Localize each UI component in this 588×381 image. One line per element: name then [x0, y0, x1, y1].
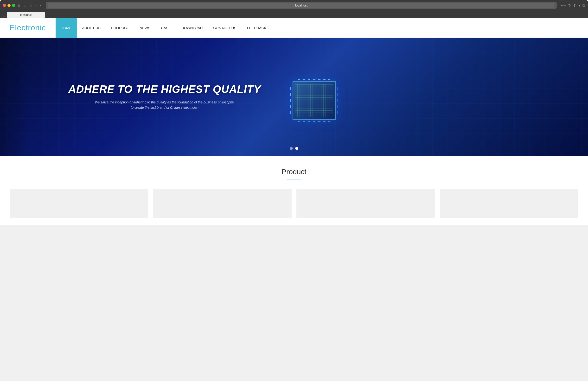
cpu-pins-left	[290, 85, 291, 116]
brand-logo[interactable]: Electronic	[10, 23, 46, 32]
cpu-pin	[298, 79, 300, 80]
cpu-pin	[313, 79, 315, 80]
carousel-dot-2[interactable]	[295, 147, 298, 150]
address-bar-container	[46, 2, 557, 9]
title-bar: ⊞ ⌂ ☆ ‹ › ⟺ ↻ ⬆ + ⧉	[3, 2, 585, 11]
hero-content: ADHERE TO THE HIGHEST QUALITY We since t…	[68, 83, 261, 110]
cpu-pin	[290, 87, 291, 90]
reload-icon[interactable]: ↻	[568, 3, 571, 8]
section-title-underline	[287, 179, 301, 180]
share-icon[interactable]: ⬆	[573, 3, 576, 8]
grid-icon[interactable]: ⠿	[3, 14, 5, 18]
cpu-pin	[328, 79, 330, 80]
cpu-pin	[323, 79, 326, 80]
new-tab-icon[interactable]: +	[578, 3, 581, 7]
hero-subtitle-line1: We since the inception of adhering to th…	[68, 100, 261, 105]
nav-arrows: ⌂ ☆ ‹ ›	[23, 3, 42, 8]
tabs-overview-icon[interactable]: ⧉	[583, 3, 585, 8]
cpu-pin	[337, 87, 338, 90]
maximize-button[interactable]	[12, 4, 15, 7]
hero-left-side	[0, 38, 29, 156]
star-icon[interactable]: ☆	[28, 3, 33, 8]
cpu-pins-right	[337, 85, 338, 116]
cpu-visual	[264, 62, 365, 139]
hero-subtitle-line2: to create the first brand of Chinese ele…	[68, 105, 261, 110]
cpu-pin	[313, 121, 315, 122]
cpu-pin	[323, 121, 326, 122]
browser-window: ⊞ ⌂ ☆ ‹ › ⟺ ↻ ⬆ + ⧉ ⠿ localhost	[0, 0, 588, 18]
cpu-chip	[293, 81, 336, 120]
nav-links: HOME ABOUT US PRODUCT NEWS CASE DOWNLOAD…	[56, 18, 579, 38]
home-nav-icon[interactable]: ⌂	[23, 3, 27, 8]
tab-bar: ⠿ localhost	[3, 11, 585, 18]
nav-item-home[interactable]: HOME	[56, 18, 77, 38]
product-card-3[interactable]	[296, 189, 435, 218]
cpu-pins-bottom	[297, 121, 332, 122]
nav-item-case[interactable]: CASE	[156, 18, 176, 38]
browser-actions: ⟺ ↻ ⬆ + ⧉	[561, 3, 585, 8]
nav-item-news[interactable]: NEWS	[134, 18, 156, 38]
product-section-title: Product	[10, 168, 578, 176]
cpu-pin	[308, 79, 310, 80]
hero-carousel-dots	[290, 147, 298, 150]
minimize-button[interactable]	[7, 4, 11, 7]
carousel-dot-1[interactable]	[290, 147, 293, 150]
cpu-pin	[318, 121, 320, 122]
forward-button[interactable]: ›	[39, 3, 42, 8]
cpu-pin	[290, 105, 291, 108]
product-card-1[interactable]	[10, 189, 148, 218]
cpu-pin	[337, 111, 338, 114]
cpu-pin	[337, 93, 338, 96]
cpu-pin	[328, 121, 330, 122]
product-card-2[interactable]	[153, 189, 292, 218]
cpu-pin	[290, 99, 291, 102]
browser-controls: ⊞	[18, 4, 21, 7]
product-grid	[10, 189, 578, 218]
nav-item-about[interactable]: ABOUT US	[77, 18, 106, 38]
nav-item-contact[interactable]: CONTACT US	[208, 18, 242, 38]
close-button[interactable]	[3, 4, 6, 7]
hero-title: ADHERE TO THE HIGHEST QUALITY	[68, 83, 261, 96]
cpu-pin	[303, 121, 305, 122]
product-card-4[interactable]	[440, 189, 578, 218]
cpu-pin	[290, 111, 291, 114]
address-bar[interactable]	[48, 3, 554, 8]
product-section: Product	[0, 156, 588, 225]
browser-tab[interactable]: localhost	[7, 12, 45, 18]
cpu-pin	[337, 99, 338, 102]
website-content: Electronic HOME ABOUT US PRODUCT NEWS CA…	[0, 18, 588, 225]
nav-item-feedback[interactable]: FEEDBACK	[242, 18, 272, 38]
back-button[interactable]: ‹	[34, 3, 38, 8]
hero-banner: ADHERE TO THE HIGHEST QUALITY We since t…	[0, 38, 588, 156]
nav-item-product[interactable]: PRODUCT	[106, 18, 134, 38]
translate-icon[interactable]: ⟺	[561, 3, 566, 8]
cpu-pin	[337, 105, 338, 108]
navigation-bar: Electronic HOME ABOUT US PRODUCT NEWS CA…	[0, 18, 588, 38]
traffic-lights	[3, 4, 15, 7]
nav-item-download[interactable]: DOWNLOAD	[176, 18, 208, 38]
cpu-pin	[290, 93, 291, 96]
cpu-pin	[303, 79, 305, 80]
cpu-grid	[295, 84, 333, 117]
sidebar-toggle-icon[interactable]: ⊞	[18, 4, 21, 7]
cpu-pins-top	[297, 79, 332, 80]
cpu-pin	[298, 121, 300, 122]
cpu-pin	[318, 79, 320, 80]
cpu-pin	[308, 121, 310, 122]
